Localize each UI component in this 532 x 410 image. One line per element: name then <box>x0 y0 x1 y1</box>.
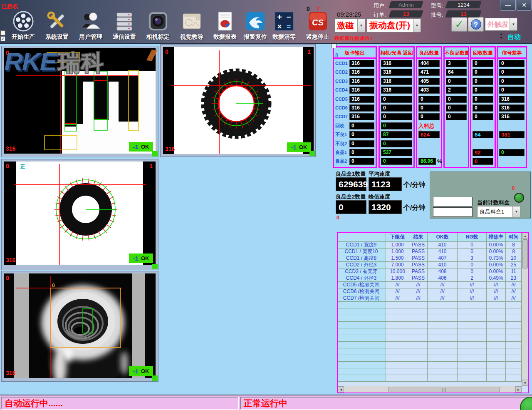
stat-row: 92 <box>473 149 493 158</box>
table-row[interactable] <box>338 342 522 348</box>
toolbar-button-vision[interactable]: 视觉教导 <box>175 10 208 41</box>
toolbar-checkbox-2[interactable]: ✓ <box>0 36 5 41</box>
chevron-down-icon[interactable]: ▼ <box>512 206 520 217</box>
table-cell <box>409 368 428 375</box>
scroll-left-icon[interactable]: ◄ <box>338 386 344 393</box>
trigger-combo[interactable]: 外触发 ▼ <box>485 18 517 31</box>
auto-spinner[interactable]: ▲ ▼ <box>499 32 503 40</box>
close-button[interactable]: ✕ <box>517 0 532 11</box>
table-cell: 410 <box>428 242 458 248</box>
confirm-button[interactable]: ✓ <box>451 17 467 32</box>
vertical-scrollbar[interactable]: ▲ ▼ <box>522 233 528 386</box>
table-row[interactable] <box>338 362 522 368</box>
table-cell <box>386 322 409 328</box>
toolbar-button-tools[interactable]: 系统设置 <box>40 10 74 41</box>
table-cell: PASS <box>409 262 428 268</box>
table-row[interactable] <box>338 302 522 308</box>
table-row[interactable] <box>338 375 522 382</box>
table-row[interactable]: CCD1 / 高度81.500PASS40730.73%10 <box>338 255 522 262</box>
order-field[interactable]: 13 <box>388 10 423 17</box>
table-cell: 1.000 <box>386 248 409 255</box>
stat-row: 0 <box>499 69 525 77</box>
table-row[interactable]: CCD6 /检测关闭////////////////// <box>338 288 522 295</box>
order-value: 13 <box>403 11 409 17</box>
table-row[interactable]: CCD1 / 宽度101.000PASS41000.00%8 <box>338 248 522 255</box>
table-row[interactable]: CCD7 /检测关闭////////////////// <box>338 295 522 302</box>
current-box-combo[interactable]: 良品料盒1 ▼ <box>477 206 520 217</box>
scroll-right-icon[interactable]: ► <box>515 386 522 393</box>
table-row[interactable]: CCD1 / 宽度91.000PASS41000.00%8 <box>338 242 522 248</box>
camera-view-2[interactable]: 0 1 316 -1 OK <box>163 47 314 154</box>
batch-field[interactable]: 13 <box>445 10 482 17</box>
help-button[interactable]: ? <box>468 17 484 32</box>
vscroll-thumb[interactable] <box>522 239 528 268</box>
table-row[interactable] <box>338 315 522 322</box>
table-row[interactable]: CCD3 / 有无牙10.000PASS40800.00%11 <box>338 268 522 275</box>
table-cell <box>458 328 487 335</box>
server-icon <box>113 10 136 32</box>
camera-view-3[interactable]: 0 正 1 316 -1 OK <box>4 162 156 265</box>
toolbar-button-calculator[interactable]: +−×=数据清零 <box>267 10 301 41</box>
spinner-down-icon[interactable]: ▼ <box>499 36 503 40</box>
toolbar-button-server[interactable]: 通信设置 <box>108 10 141 41</box>
table-cell: /// <box>506 282 522 288</box>
stat-row: 0 <box>499 149 525 158</box>
chevron-down-icon[interactable]: ▼ <box>413 19 421 32</box>
chevron-down-icon[interactable]: ▼ <box>510 18 517 30</box>
stat-row: CCD3316 <box>335 78 374 87</box>
table-row[interactable] <box>338 368 522 375</box>
stat-value-box: 316 <box>349 69 374 76</box>
counter-input-2[interactable] <box>433 207 473 217</box>
stat-value-box: 0 <box>349 140 374 147</box>
table-row[interactable] <box>338 328 522 335</box>
table-row[interactable] <box>338 308 522 315</box>
magnetize-combo[interactable]: 激磁 ▼ <box>334 18 365 32</box>
table-row-label <box>338 315 386 322</box>
table-row[interactable]: CCD2 / 外径37.000PASS41000.00%25 <box>338 262 522 268</box>
user-field[interactable]: Admin <box>388 1 423 8</box>
table-cell: /// <box>458 295 487 302</box>
table-row-label <box>338 328 386 335</box>
table-cell <box>409 322 428 328</box>
toolbar-button-camera[interactable]: 相机标定 <box>141 10 175 41</box>
spinner-up-icon[interactable]: ▲ <box>499 32 503 36</box>
table-row[interactable] <box>338 322 522 328</box>
stat-row-label: CCD6 <box>335 104 349 112</box>
vibration-combo[interactable]: 振动盘(开) ▼ <box>367 18 421 32</box>
results-header-cell: 时间 <box>506 233 522 242</box>
toolbar-checkbox-1[interactable] <box>0 30 5 35</box>
toolbar-button-report[interactable]: 数据报表 <box>208 10 242 41</box>
camera-view-4[interactable]: 0 0 316 -1 OK <box>4 273 156 378</box>
stat-row <box>446 140 467 149</box>
stats-checkbox[interactable] <box>332 43 337 48</box>
stat-value-box: 0 <box>473 87 493 94</box>
table-row[interactable]: CCD5 /检测关闭////////////////// <box>338 282 522 288</box>
table-row[interactable] <box>338 355 522 362</box>
camera-view-1[interactable]: 0 316 -1 OK <box>4 48 156 154</box>
horizontal-scrollbar[interactable]: ◄ ||| ► <box>338 386 522 393</box>
resize-grip[interactable] <box>152 264 158 269</box>
toolbar-button-alarm-reset[interactable]: 报警复位 <box>239 10 272 41</box>
hscroll-thumb[interactable]: ||| <box>388 387 500 392</box>
stat-row: 不良10 <box>335 131 374 140</box>
table-row[interactable] <box>338 348 522 355</box>
table-cell <box>458 302 487 308</box>
toolbar-button-emergency-stop[interactable]: CS紧急停止 <box>301 10 334 41</box>
stat-row: 0 <box>473 158 493 166</box>
resize-grip[interactable] <box>152 151 158 157</box>
model-field[interactable]: 1234 <box>445 1 482 8</box>
toolbar-button-users[interactable]: 用户管理 <box>74 10 107 41</box>
table-cell <box>458 375 487 382</box>
minimize-button[interactable]: — <box>500 0 516 11</box>
resize-grip[interactable] <box>152 375 158 381</box>
order-label: 订单: <box>374 11 386 19</box>
counter-input-1[interactable] <box>433 197 473 206</box>
badge-ok-label: OK <box>141 255 149 261</box>
stat-group-header: 板卡输出8 <box>334 47 376 59</box>
scroll-up-icon[interactable]: ▲ <box>522 233 528 239</box>
chevron-down-icon[interactable]: ▼ <box>357 19 365 32</box>
toolbar-button-film-reel[interactable]: 开始生产 <box>7 10 40 41</box>
table-row[interactable] <box>338 335 522 342</box>
table-row[interactable]: CCD4 / 外径31.800PASS40620.49%23 <box>338 275 522 282</box>
scroll-down-icon[interactable]: ▼ <box>522 380 528 386</box>
